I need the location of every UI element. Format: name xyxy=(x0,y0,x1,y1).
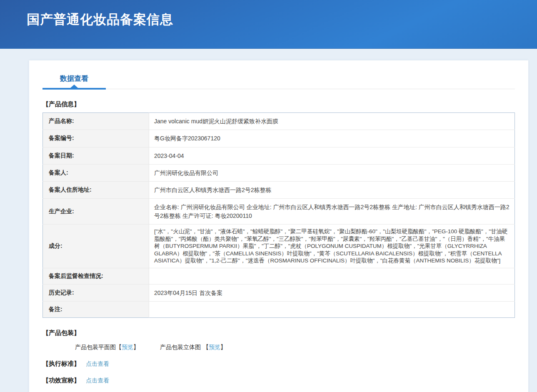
row-value: Jane volcanic mud妍泥火山泥舒缓紧致补水面膜 xyxy=(149,113,515,130)
bracket-close: 】 xyxy=(220,344,226,350)
row-value: 2023-04-04 xyxy=(149,147,515,164)
table-row-remarks: 备注: xyxy=(43,302,515,318)
row-label: 备案编号: xyxy=(43,130,149,147)
table-row-registration-date: 备案日期: 2023-04-04 xyxy=(43,147,515,164)
tab-data-view[interactable]: 数据查看 xyxy=(42,74,106,89)
row-label: 历史记录: xyxy=(43,284,149,301)
table-row-registrant-address: 备案人住所地址: 广州市白云区人和镇秀水塘西一路2号2栋整栋 xyxy=(43,182,515,199)
packaging-section-title: 【产品包装】 xyxy=(42,329,515,337)
row-label: 备案后监督检查情况: xyxy=(43,268,149,284)
product-info-table: 产品名称: Jane volcanic mud妍泥火山泥舒缓紧致补水面膜 备案编… xyxy=(42,112,515,318)
row-label: 成分: xyxy=(43,225,149,268)
packaging-stereo-item: 产品包装立体图【预览】 xyxy=(160,344,226,351)
table-row-registrant: 备案人: 广州润研化妆品有限公司 xyxy=(43,164,515,181)
packaging-flat-item: 产品包装平面图【预览】 xyxy=(75,344,139,351)
row-value: 粤G妆网备字2023067120 xyxy=(149,130,515,147)
exec-standard-title: 【执行标准】 xyxy=(42,360,80,367)
bracket-open: 【 xyxy=(203,344,209,350)
table-row-product-name: 产品名称: Jane volcanic mud妍泥火山泥舒缓紧致补水面膜 xyxy=(43,113,515,130)
table-row-supervision-check: 备案后监督检查情况: xyxy=(43,268,515,284)
row-value: 广州润研化妆品有限公司 xyxy=(149,164,515,181)
bracket-close: 】 xyxy=(133,344,139,350)
tab-data-view-label: 数据查看 xyxy=(60,75,88,82)
row-value xyxy=(149,268,515,284)
row-value: ["水"，"火山泥"，"甘油"，"液体石蜡"，"鲸蜡硬脂醇"，"聚二甲基硅氧烷"… xyxy=(149,225,515,268)
packaging-stereo-preview-link[interactable]: 预览 xyxy=(209,344,220,350)
packaging-flat-preview-link[interactable]: 预览 xyxy=(122,344,133,350)
product-info-section-title: 【产品信息】 xyxy=(42,100,515,108)
page: 国产普通化妆品备案信息 数据查看 【产品信息】 产品名称: Jane volca… xyxy=(0,0,537,392)
exec-standard-view-link[interactable]: 点击查看 xyxy=(86,360,109,367)
page-header-banner: 国产普通化妆品备案信息 xyxy=(0,0,537,49)
row-value: 广州市白云区人和镇秀水塘西一路2号2栋整栋 xyxy=(149,182,515,199)
tab-bar: 数据查看 xyxy=(42,74,515,89)
row-label: 生产企业: xyxy=(43,199,149,225)
row-label: 备注: xyxy=(43,302,149,318)
page-title: 国产普通化妆品备案信息 xyxy=(0,0,537,28)
row-label: 备案日期: xyxy=(43,147,149,164)
packaging-flat-label: 产品包装平面图 xyxy=(75,344,116,350)
table-row-history: 历史记录: 2023年04月15日 首次备案 xyxy=(43,284,515,301)
table-row-registration-number: 备案编号: 粤G妆网备字2023067120 xyxy=(43,130,515,147)
table-row-ingredients: 成分: ["水"，"火山泥"，"甘油"，"液体石蜡"，"鲸蜡硬脂醇"，"聚二甲基… xyxy=(43,225,515,268)
packaging-stereo-label: 产品包装立体图 xyxy=(160,344,201,350)
row-label: 备案人: xyxy=(43,164,149,181)
bracket-open: 【 xyxy=(116,344,122,350)
table-row-manufacturer: 生产企业: 企业名称: 广州润研化妆品有限公司 企业地址: 广州市白云区人和镇秀… xyxy=(43,199,515,225)
row-value: 企业名称: 广州润研化妆品有限公司 企业地址: 广州市白云区人和镇秀水塘西一路2… xyxy=(149,199,515,225)
row-value xyxy=(149,302,515,318)
efficacy-claim-row: 【功效宣称】 点击查看 xyxy=(42,377,515,385)
content-card: 数据查看 【产品信息】 产品名称: Jane volcanic mud妍泥火山泥… xyxy=(29,60,528,392)
exec-standard-row: 【执行标准】 点击查看 xyxy=(42,360,515,368)
efficacy-claim-title: 【功效宣称】 xyxy=(42,377,80,384)
row-value: 2023年04月15日 首次备案 xyxy=(149,284,515,301)
row-label: 产品名称: xyxy=(43,113,149,130)
efficacy-claim-view-link[interactable]: 点击查看 xyxy=(86,377,109,384)
packaging-links-row: 产品包装平面图【预览】 产品包装立体图【预览】 xyxy=(75,344,515,351)
row-label: 备案人住所地址: xyxy=(43,182,149,199)
tab-active-indicator xyxy=(42,88,106,90)
